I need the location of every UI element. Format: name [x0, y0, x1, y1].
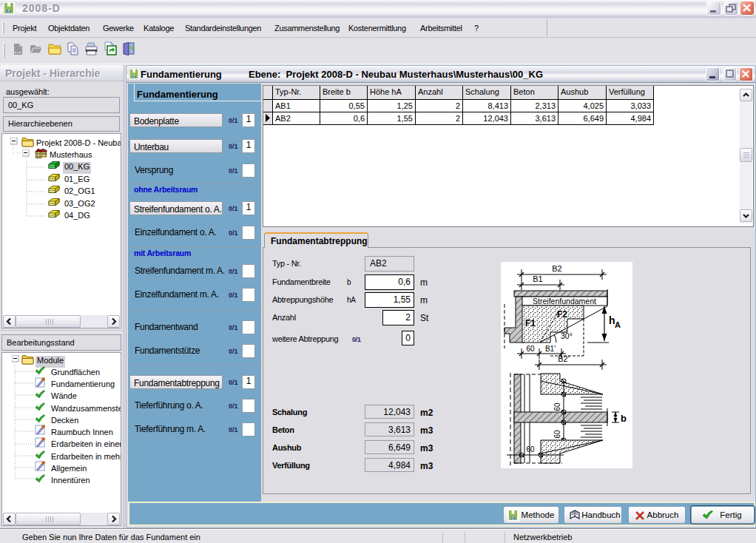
svg-text:M: M	[132, 74, 135, 79]
svg-text:60: 60	[553, 402, 561, 411]
svg-text:M: M	[7, 9, 11, 14]
svg-text:B1': B1'	[545, 345, 556, 353]
svg-text:Streifenfundament: Streifenfundament	[533, 297, 596, 306]
svg-text:A: A	[615, 320, 621, 329]
svg-text:B2': B2'	[558, 354, 570, 363]
svg-text:60: 60	[553, 430, 561, 439]
svg-text:M: M	[511, 516, 516, 521]
svg-text:F1: F1	[525, 318, 536, 328]
svg-text:30°: 30°	[561, 331, 573, 340]
svg-text:B1: B1	[533, 274, 542, 283]
svg-text:F2: F2	[557, 309, 567, 320]
svg-text:b: b	[621, 413, 627, 424]
svg-text:60: 60	[526, 445, 535, 453]
svg-text:B2: B2	[552, 264, 561, 273]
svg-text:60: 60	[526, 345, 535, 353]
